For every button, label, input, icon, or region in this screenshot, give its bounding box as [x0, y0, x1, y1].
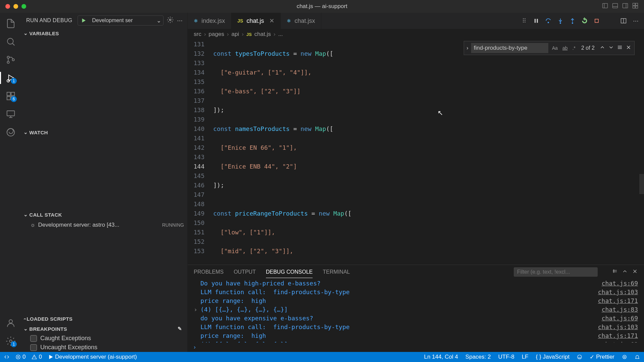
prettier-status[interactable]: ✓ Prettier: [590, 354, 614, 361]
match-word-icon[interactable]: ab: [561, 45, 569, 51]
toggle-primary-sidebar-icon[interactable]: [602, 2, 608, 11]
breadcrumb-item[interactable]: chat.js: [255, 31, 271, 38]
breadcrumb-item[interactable]: api: [231, 31, 239, 38]
find-next-icon[interactable]: [608, 44, 614, 52]
close-window-button[interactable]: [5, 4, 10, 9]
gear-icon[interactable]: [167, 16, 174, 25]
toggle-secondary-sidebar-icon[interactable]: [622, 2, 629, 11]
remote-explorer-icon[interactable]: [5, 109, 16, 120]
extensions-icon[interactable]: 6: [5, 91, 16, 101]
accounts-icon[interactable]: [5, 318, 16, 328]
tab-debug-console[interactable]: DEBUG CONSOLE: [266, 266, 313, 278]
debug-config-selector[interactable]: Development ser ⌄: [78, 15, 164, 26]
encoding[interactable]: UTF-8: [498, 354, 514, 360]
breadcrumb[interactable]: src› pages› api› JS chat.js› ...: [188, 29, 644, 40]
source-link[interactable]: chat.js:69: [602, 279, 638, 288]
editor-pane[interactable]: 131 132 133 134 135 136 137 138 139 140 …: [188, 40, 644, 265]
cursor-position[interactable]: Ln 144, Col 4: [424, 354, 458, 360]
collapse-panel-icon[interactable]: [622, 268, 628, 276]
close-find-icon[interactable]: [626, 44, 632, 52]
callstack-section-header[interactable]: ⌄CALL STACK: [21, 210, 187, 220]
language-mode[interactable]: { } JavaScript: [536, 354, 569, 360]
customize-layout-icon[interactable]: [632, 2, 639, 11]
more-actions-icon[interactable]: ⋯: [632, 17, 639, 25]
ports-icon[interactable]: [622, 354, 627, 360]
settings-icon[interactable]: 1: [5, 336, 16, 347]
regex-icon[interactable]: .*: [571, 45, 577, 51]
split-editor-icon[interactable]: [620, 17, 627, 25]
tab-output[interactable]: OUTPUT: [234, 266, 256, 278]
debug-status[interactable]: Development server (ai-support): [48, 354, 137, 360]
match-case-icon[interactable]: Aa: [551, 45, 559, 51]
drag-handle-icon[interactable]: ⠿: [520, 17, 528, 25]
step-over-button[interactable]: [545, 17, 552, 25]
start-debug-button[interactable]: [78, 17, 89, 24]
clear-console-icon[interactable]: [612, 268, 618, 276]
breadcrumb-item[interactable]: ...: [278, 31, 283, 38]
remote-indicator[interactable]: [4, 354, 9, 360]
explorer-icon[interactable]: [5, 18, 16, 29]
source-link[interactable]: chat.js:171: [598, 331, 638, 340]
expand-icon[interactable]: ›: [194, 340, 200, 343]
breakpoint-caught-exceptions[interactable]: Caught Exceptions: [21, 334, 187, 343]
breadcrumb-item[interactable]: src: [194, 31, 201, 38]
checkbox[interactable]: [30, 335, 37, 342]
more-actions-icon[interactable]: ⋯: [177, 17, 183, 24]
minimap[interactable]: [639, 40, 644, 265]
run-and-debug-icon[interactable]: 1: [5, 73, 16, 83]
edit-icon[interactable]: ✎: [178, 326, 182, 332]
tab-problems[interactable]: PROBLEMS: [194, 266, 224, 278]
breakpoint-uncaught-exceptions[interactable]: Uncaught Exceptions: [21, 343, 187, 352]
stop-button[interactable]: [593, 17, 600, 25]
debug-console-input[interactable]: ›: [188, 343, 644, 352]
expand-icon[interactable]: ›: [194, 305, 200, 314]
source-link[interactable]: chat.js:69: [602, 314, 638, 323]
tab-chat-js[interactable]: JS chat.js ✕: [231, 13, 281, 29]
feedback-icon[interactable]: [577, 354, 582, 360]
close-tab-icon[interactable]: ✕: [269, 17, 274, 25]
warnings-indicator[interactable]: 0: [32, 354, 42, 360]
tab-chat-jsx[interactable]: ⚛ chat.jsx: [281, 13, 321, 29]
watch-section-header[interactable]: ⌄WATCH: [21, 127, 187, 137]
expand-find-icon[interactable]: ›: [467, 45, 468, 51]
breadcrumb-item[interactable]: pages: [209, 31, 224, 38]
source-link[interactable]: chat.js:171: [598, 297, 638, 305]
find-input[interactable]: [471, 43, 548, 53]
callstack-item[interactable]: ☼ Development server: astro [43... RUNNI…: [21, 220, 187, 230]
errors-indicator[interactable]: 0: [15, 354, 26, 360]
maximize-window-button[interactable]: [21, 4, 26, 9]
debug-console-output[interactable]: Do you have high-priced e-basses?chat.js…: [188, 279, 644, 343]
panel-filter-input[interactable]: [514, 267, 598, 277]
variables-section-header[interactable]: ⌄VARIABLES: [21, 28, 187, 38]
eol[interactable]: LF: [522, 354, 528, 360]
step-out-button[interactable]: [569, 17, 576, 25]
source-control-icon[interactable]: [5, 54, 16, 65]
minimize-window-button[interactable]: [13, 4, 18, 9]
close-panel-icon[interactable]: [632, 268, 638, 276]
tab-index-jsx[interactable]: ⚛ index.jsx: [188, 13, 231, 29]
indentation[interactable]: Spaces: 2: [465, 354, 491, 360]
js-file-icon: JS: [237, 18, 243, 24]
svg-marker-53: [49, 355, 52, 359]
source-link[interactable]: chat.js:103: [598, 323, 638, 331]
chevron-down-icon[interactable]: ⌄: [154, 17, 163, 24]
notifications-icon[interactable]: [635, 354, 640, 360]
checkbox[interactable]: [30, 344, 37, 351]
pause-button[interactable]: [533, 17, 540, 25]
find-previous-icon[interactable]: [599, 44, 605, 52]
toggle-panel-icon[interactable]: [612, 2, 618, 11]
breakpoints-section-header[interactable]: ⌄BREAKPOINTS ✎: [21, 324, 187, 334]
code-content[interactable]: const typesToProducts = new Map([ ["e-gu…: [213, 40, 644, 265]
source-link[interactable]: chat.js:83: [602, 340, 638, 343]
edge-tools-icon[interactable]: [5, 127, 16, 138]
source-link[interactable]: chat.js:103: [598, 288, 638, 297]
search-icon[interactable]: [5, 36, 16, 47]
restart-button[interactable]: [581, 17, 588, 25]
find-in-selection-icon[interactable]: [617, 44, 623, 52]
loaded-scripts-section-header[interactable]: ›LOADED SCRIPTS: [21, 314, 187, 324]
callstack-item-name: Development server: astro [43...: [38, 222, 159, 228]
step-into-button[interactable]: [557, 17, 564, 25]
minimap-slider[interactable]: [639, 174, 644, 194]
tab-terminal[interactable]: TERMINAL: [323, 266, 350, 278]
source-link[interactable]: chat.js:83: [602, 305, 638, 314]
